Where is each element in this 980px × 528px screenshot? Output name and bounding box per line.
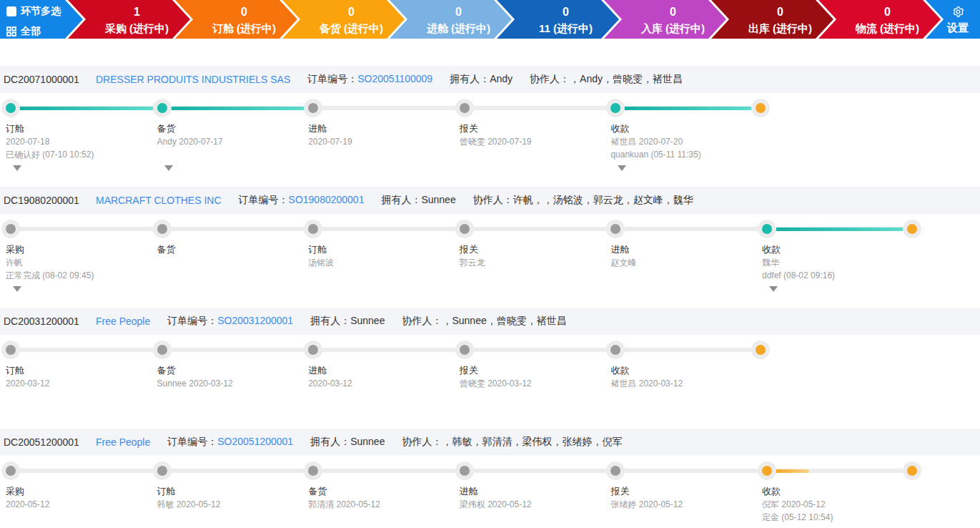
order-row: DC19080200001MARCRAFT CLOTHES INC订单编号：SO… [0,187,980,308]
stage-tab-wuliu[interactable]: 0 物流 (进行中) [818,0,941,39]
stage-tab-caigou[interactable]: 1 采购 (进行中) [68,0,190,39]
stage-label: 备货 (进行中) [320,20,383,37]
stage-tab-ruku[interactable]: 0 入库 (进行中) [604,0,726,39]
milestone-name: 订舱 [308,243,455,256]
milestone-dot[interactable] [610,345,620,355]
order-no: 订单编号：SO20051200001 [167,436,293,449]
milestone-info: 报关曾晓雯 2020-03-12 [460,363,606,390]
order-no: 订单编号：SO20051100009 [307,73,432,86]
milestone-detail: 2020-03-12 [308,377,455,390]
milestone-dot[interactable] [6,103,16,113]
milestone-detail: ddfef (08-02 09:16) [762,269,909,282]
stage-count: 0 [348,4,355,20]
milestone-dot[interactable] [157,466,167,476]
milestone-detail: 倪军 2020-05-12 [762,498,909,511]
order-no-label: 订单编号： [239,194,289,205]
milestone-dot[interactable] [6,466,16,476]
timeline-segment-done [615,107,761,110]
order-no-link[interactable]: SO20031200001 [217,315,293,326]
end-dot[interactable] [907,224,917,234]
milestone-dot[interactable] [6,345,16,355]
milestone-name: 订舱 [6,363,152,377]
milestone-dot[interactable] [308,103,318,113]
milestone-dot[interactable] [762,466,772,476]
end-dot[interactable] [756,345,766,355]
stage-tab-dingcang[interactable]: 0 订舱 (进行中) [175,0,297,39]
milestone-dot[interactable] [762,224,772,234]
expand-arrow-icon[interactable] [769,286,778,292]
milestone-name: 采购 [6,484,152,498]
stage-tab-11[interactable]: 0 11 (进行中) [497,0,619,39]
expand-arrow-icon[interactable] [164,165,173,171]
milestone-info: 订舱韩敏 2020-05-12 [157,484,304,511]
order-code: DC20051200001 [4,436,96,448]
stage-count: 0 [884,4,891,20]
milestone-detail: 郭清清 2020-05-12 [308,498,455,511]
milestone-detail: 褚世昌 2020-03-12 [610,377,757,390]
milestone-info: 订舱2020-07-18已确认好 (07-10 10:52) [6,122,152,161]
end-dot[interactable] [907,466,917,476]
milestone-dot[interactable] [460,466,470,476]
milestone-dot[interactable] [460,103,470,113]
company-link[interactable]: Free People [96,316,150,327]
milestone-info: 进舱2020-07-19 [308,122,455,148]
milestone-dot[interactable] [308,224,318,234]
stage-count: 0 [670,4,676,20]
end-dot[interactable] [756,103,766,113]
order-no-link[interactable]: SO20051100009 [357,73,432,84]
stage-filter-segment: 环节多选 全部 [0,0,83,39]
milestone-info: 备货郭清清 2020-05-12 [308,484,455,511]
milestone-detail: 2020-07-19 [308,135,455,148]
stage-count: 0 [241,4,247,20]
stage-tab-jincang[interactable]: 0 进舱 (进行中) [390,0,512,39]
stage-count: 0 [777,4,783,20]
owner: 拥有人：Andy [450,73,513,86]
milestone-dot[interactable] [6,224,16,234]
milestone-detail: Sunnee 2020-03-12 [157,377,304,390]
expand-arrow-icon[interactable] [13,165,21,171]
milestone-detail: 郭云龙 [460,256,606,269]
settings-label: 设置 [947,19,969,36]
milestone-detail: 正常完成 (08-02 09:45) [6,269,152,282]
milestone-dot[interactable] [610,103,620,113]
multi-select-toggle[interactable]: 环节多选 [6,3,83,20]
milestone-name: 订舱 [157,484,304,498]
milestone-info: 收款魏华ddfef (08-02 09:16) [762,243,909,282]
collaborators: 协作人：，韩敏，郭清清，梁伟权，张绪婷，倪军 [402,436,622,449]
milestone-dot[interactable] [308,466,318,476]
milestone-name: 备货 [308,484,455,498]
company-link[interactable]: DRESSER PRODUITS INDUSTRIELS SAS [96,74,290,85]
milestone-info: 收款倪军 2020-05-12定金 (05-12 10:54) [762,484,909,524]
milestone-detail: 许帆 [6,256,152,269]
expand-arrow-icon[interactable] [13,286,21,292]
milestone-name: 报关 [460,243,606,256]
milestone-dot[interactable] [157,103,167,113]
expand-arrow-icon[interactable] [618,165,626,171]
milestone-name: 报关 [610,484,757,498]
timeline: 采购2020-05-12订舱韩敏 2020-05-12备货郭清清 2020-05… [0,456,980,528]
stage-label: 订舱 (进行中) [212,20,276,37]
milestone-dot[interactable] [460,224,470,234]
milestone-dot[interactable] [460,345,470,355]
gear-icon [952,5,964,19]
milestone-dot[interactable] [308,345,318,355]
milestone-dot[interactable] [157,345,167,355]
milestone-dot[interactable] [157,224,167,234]
orders-list: DC20071000001DRESSER PRODUITS INDUSTRIEL… [0,66,980,528]
checkbox-icon[interactable] [6,6,16,16]
stage-tab-beihuo[interactable]: 0 备货 (进行中) [282,0,405,39]
milestone-detail: 张绪婷 2020-05-12 [610,498,757,511]
milestone-dot[interactable] [610,224,620,234]
spacer [0,39,980,66]
company-link[interactable]: MARCRAFT CLOTHES INC [96,195,222,206]
milestone-info: 进舱梁伟权 2020-05-12 [460,484,606,511]
order-no: 订单编号：SO20031200001 [167,315,293,328]
timeline-segment-done [162,107,314,110]
order-no-link[interactable]: SO20051200001 [217,436,293,447]
order-no-link[interactable]: SO19080200001 [289,194,365,205]
timeline-segment-done [767,228,912,231]
stage-tab-chuku[interactable]: 0 出库 (进行中) [711,0,833,39]
company-link[interactable]: Free People [96,436,150,448]
milestone-dot[interactable] [610,466,620,476]
milestone-info: 订舱汤铭波 [308,243,455,269]
